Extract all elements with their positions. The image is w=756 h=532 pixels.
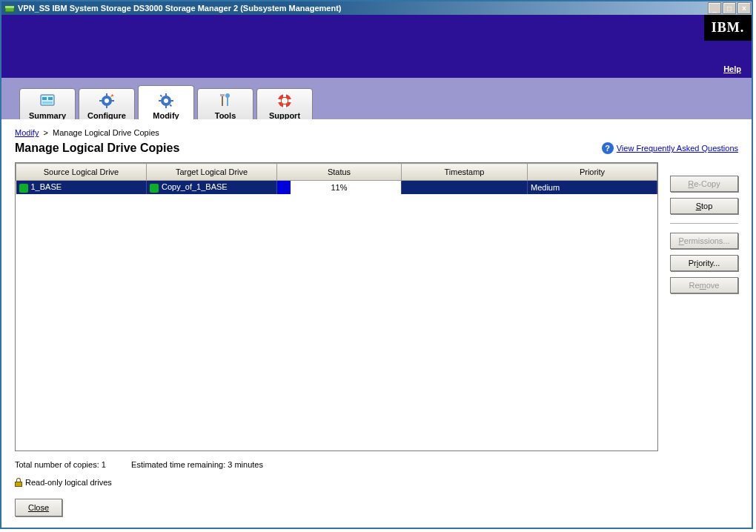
window-title: VPN_SS IBM System Storage DS3000 Storage… xyxy=(18,4,707,13)
faq-link[interactable]: View Frequently Asked Questions xyxy=(617,144,738,153)
progress-bar: 11% xyxy=(277,181,401,194)
summary-icon xyxy=(39,92,56,110)
eta-value: 3 minutes xyxy=(228,460,263,469)
main-tabs: Summary Configure xyxy=(1,78,752,123)
breadcrumb: Modify > Manage Logical Drive Copies xyxy=(15,128,738,137)
tab-tools[interactable]: Tools xyxy=(197,88,253,122)
svg-rect-28 xyxy=(283,93,286,97)
col-target[interactable]: Target Logical Drive xyxy=(147,164,277,181)
progress-text: 11% xyxy=(277,181,401,194)
tab-support[interactable]: Support xyxy=(256,88,313,122)
col-timestamp[interactable]: Timestamp xyxy=(402,164,528,181)
copies-table: Source Logical Drive Target Logical Driv… xyxy=(16,163,657,194)
svg-point-15 xyxy=(164,99,168,103)
window-titlebar: VPN_SS IBM System Storage DS3000 Storage… xyxy=(1,1,752,15)
breadcrumb-current: Manage Logical Drive Copies xyxy=(53,128,159,137)
col-source[interactable]: Source Logical Drive xyxy=(16,164,147,181)
lifebuoy-icon xyxy=(276,92,294,110)
svg-rect-31 xyxy=(288,99,292,102)
help-link[interactable]: Help xyxy=(723,64,741,73)
copies-table-container: Source Logical Drive Target Logical Driv… xyxy=(15,162,658,451)
svg-rect-19 xyxy=(170,100,173,102)
permissions-button[interactable]: Permissions... xyxy=(670,233,738,249)
svg-rect-23 xyxy=(220,94,225,96)
svg-rect-30 xyxy=(277,99,281,102)
lock-icon xyxy=(15,478,22,487)
tools-icon xyxy=(216,92,234,110)
svg-rect-18 xyxy=(159,100,162,102)
cell-target: Copy_of_1_BASE xyxy=(162,182,228,191)
cell-priority: Medium xyxy=(531,183,560,192)
recopy-button[interactable]: Re-Copy xyxy=(670,176,738,192)
svg-rect-8 xyxy=(106,93,107,96)
gear-icon xyxy=(157,92,175,110)
app-icon xyxy=(4,3,15,13)
help-icon: ? xyxy=(602,142,614,154)
gear-star-icon xyxy=(98,92,116,110)
priority-button[interactable]: Priority... xyxy=(670,255,738,271)
remove-button[interactable]: Remove xyxy=(670,277,738,293)
svg-rect-16 xyxy=(165,93,167,96)
svg-rect-29 xyxy=(283,104,286,108)
readonly-label: Read-only logical drives xyxy=(25,478,112,487)
close-button[interactable]: Close xyxy=(15,499,62,516)
svg-rect-5 xyxy=(42,102,53,104)
svg-point-27 xyxy=(282,98,288,104)
svg-rect-3 xyxy=(42,97,47,100)
total-copies-value: 1 xyxy=(102,460,106,469)
drive-icon xyxy=(150,184,159,193)
svg-point-25 xyxy=(225,93,230,98)
col-status[interactable]: Status xyxy=(277,164,402,181)
action-button-panel: Re-Copy Stop Permissions... Priority... … xyxy=(670,162,738,451)
breadcrumb-separator: > xyxy=(44,128,48,137)
ibm-logo: IBM. xyxy=(704,15,752,41)
tab-modify[interactable]: Modify xyxy=(138,85,194,122)
tab-configure[interactable]: Configure xyxy=(79,88,135,122)
svg-rect-4 xyxy=(48,97,53,100)
svg-rect-17 xyxy=(165,105,167,108)
svg-rect-9 xyxy=(106,105,107,108)
svg-rect-20 xyxy=(160,95,163,98)
svg-point-7 xyxy=(105,99,109,103)
col-priority[interactable]: Priority xyxy=(528,164,657,181)
summary-line: Total number of copies: 1 Estimated time… xyxy=(15,460,738,469)
svg-rect-10 xyxy=(99,100,102,102)
table-row[interactable]: 1_BASE Copy_of_1_BASE 11% xyxy=(16,181,657,195)
total-copies-label: Total number of copies: xyxy=(15,460,99,469)
brand-header: IBM. Help xyxy=(1,15,752,78)
breadcrumb-root-link[interactable]: Modify xyxy=(15,128,39,137)
maximize-button[interactable]: □ xyxy=(723,2,736,14)
tab-summary[interactable]: Summary xyxy=(19,88,76,122)
stop-button[interactable]: Stop xyxy=(670,198,738,214)
readonly-legend: Read-only logical drives xyxy=(15,478,738,487)
minimize-button[interactable]: _ xyxy=(708,2,721,14)
eta-label: Estimated time remaining: xyxy=(131,460,225,469)
svg-rect-21 xyxy=(170,104,173,107)
svg-rect-11 xyxy=(111,100,114,102)
close-window-button[interactable]: × xyxy=(737,2,751,14)
page-title: Manage Logical Drive Copies xyxy=(15,142,179,155)
svg-rect-1 xyxy=(5,6,14,8)
drive-icon xyxy=(19,184,28,193)
cell-source: 1_BASE xyxy=(31,182,62,191)
